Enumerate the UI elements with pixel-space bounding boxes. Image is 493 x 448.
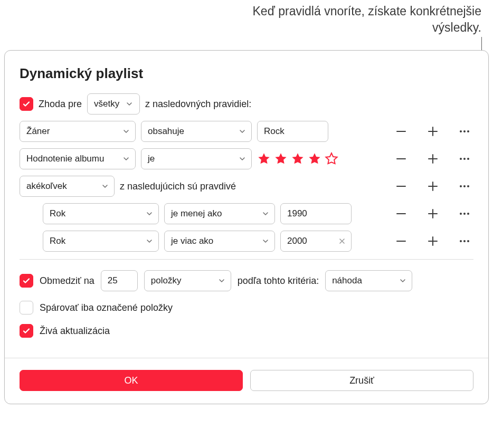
cancel-button[interactable]: Zrušiť bbox=[250, 370, 473, 391]
rule-op-value: obsahuje bbox=[148, 126, 184, 137]
star-icon[interactable] bbox=[291, 152, 305, 166]
rule-op-select[interactable]: obsahuje bbox=[141, 121, 252, 142]
match-checked-row: Spárovať iba označené položky bbox=[20, 301, 473, 314]
nested-rule-row-year-gt: Rok je viac ako 2000 bbox=[43, 231, 473, 252]
match-mode-select[interactable]: všetky bbox=[87, 93, 140, 115]
chevron-down-icon bbox=[146, 210, 153, 217]
rule-op-value: je menej ako bbox=[171, 208, 222, 219]
star-icon[interactable] bbox=[257, 152, 271, 166]
match-prefix: Zhoda pre bbox=[39, 99, 82, 110]
chevron-down-icon bbox=[125, 99, 134, 109]
svg-point-10 bbox=[463, 158, 466, 160]
live-update-checkbox[interactable] bbox=[20, 324, 33, 338]
rule-field-value: Rok bbox=[50, 208, 65, 219]
rule-value-input[interactable]: Rock bbox=[257, 121, 328, 142]
rule-group-mode-value: akékoľvek bbox=[26, 181, 67, 192]
more-rule-button[interactable] bbox=[457, 178, 472, 194]
remove-rule-button[interactable] bbox=[393, 233, 409, 249]
clear-input-button[interactable] bbox=[336, 235, 348, 247]
limit-count-input[interactable]: 25 bbox=[101, 270, 138, 291]
svg-point-23 bbox=[467, 213, 469, 215]
svg-point-11 bbox=[467, 158, 469, 160]
rule-field-select[interactable]: Žáner bbox=[20, 121, 136, 142]
add-rule-button[interactable] bbox=[425, 233, 441, 249]
more-rule-button[interactable] bbox=[457, 206, 472, 222]
rule-op-value: je viac ako bbox=[171, 236, 213, 246]
star-icon[interactable] bbox=[274, 152, 288, 166]
rule-value-input[interactable]: 1990 bbox=[280, 203, 352, 224]
svg-point-21 bbox=[460, 213, 462, 215]
more-rule-button[interactable] bbox=[457, 123, 472, 139]
rule-field-value: Žáner bbox=[26, 126, 50, 137]
rule-value-text: 2000 bbox=[287, 236, 307, 246]
match-checkbox[interactable] bbox=[20, 97, 33, 111]
rule-value-input[interactable]: 2000 bbox=[280, 231, 352, 252]
annotation-text: Keď pravidlá vnoríte, získate konkrétnej… bbox=[217, 3, 481, 36]
limit-label: Obmedziť na bbox=[40, 275, 94, 287]
rule-field-select[interactable]: Rok bbox=[43, 231, 159, 252]
svg-point-9 bbox=[460, 158, 462, 160]
limit-by-value: náhoda bbox=[332, 275, 362, 286]
limit-by-label: podľa tohto kritéria: bbox=[238, 275, 319, 287]
chevron-down-icon bbox=[218, 277, 225, 284]
rule-op-value: je bbox=[148, 154, 155, 164]
svg-point-15 bbox=[460, 185, 462, 187]
svg-point-30 bbox=[463, 240, 466, 242]
rule-row-genre: Žáner obsahuje Rock bbox=[20, 121, 473, 142]
add-rule-button[interactable] bbox=[425, 151, 441, 167]
rule-row-any-group: akékoľvek z nasledujúcich sú pravdivé bbox=[20, 176, 473, 197]
rule-op-select[interactable]: je menej ako bbox=[164, 203, 275, 224]
svg-point-22 bbox=[463, 213, 466, 215]
limit-by-select[interactable]: náhoda bbox=[325, 270, 412, 291]
rule-value-text: Rock bbox=[264, 126, 285, 137]
chevron-down-icon bbox=[146, 237, 153, 245]
svg-point-5 bbox=[467, 130, 469, 132]
dialog-footer: OK Zrušiť bbox=[5, 358, 488, 404]
more-rule-button[interactable] bbox=[457, 233, 472, 249]
star-icon[interactable] bbox=[308, 152, 321, 166]
remove-rule-button[interactable] bbox=[393, 151, 409, 167]
rating-stars[interactable] bbox=[257, 152, 338, 166]
remove-rule-button[interactable] bbox=[393, 206, 409, 222]
remove-rule-button[interactable] bbox=[393, 123, 409, 139]
chevron-down-icon bbox=[239, 128, 246, 135]
chevron-down-icon bbox=[239, 155, 246, 163]
rule-field-value: Hodnotenie albumu bbox=[26, 154, 104, 164]
add-rule-button[interactable] bbox=[425, 206, 441, 222]
rule-value-text: 1990 bbox=[287, 208, 307, 219]
star-outline-icon[interactable] bbox=[325, 152, 338, 166]
ok-button[interactable]: OK bbox=[20, 370, 243, 391]
more-rule-button[interactable] bbox=[457, 151, 472, 167]
smart-playlist-dialog: Dynamický playlist Zhoda pre všetky z na… bbox=[4, 50, 489, 404]
chevron-down-icon bbox=[262, 210, 269, 217]
remove-rule-button[interactable] bbox=[393, 178, 409, 194]
limit-checkbox[interactable] bbox=[20, 274, 33, 288]
chevron-down-icon bbox=[101, 183, 109, 190]
nested-rule-row-year-lt: Rok je menej ako 1990 bbox=[43, 203, 473, 224]
match-suffix: z nasledovných pravidiel: bbox=[145, 99, 251, 110]
rule-field-value: Rok bbox=[50, 236, 65, 246]
divider bbox=[20, 259, 473, 260]
match-checked-checkbox[interactable] bbox=[20, 301, 33, 314]
svg-point-17 bbox=[467, 185, 469, 187]
rule-op-select[interactable]: je bbox=[141, 148, 252, 169]
live-update-row: Živá aktualizácia bbox=[20, 324, 473, 338]
chevron-down-icon bbox=[399, 277, 406, 284]
svg-point-29 bbox=[460, 240, 462, 242]
add-rule-button[interactable] bbox=[425, 178, 441, 194]
live-update-label: Živá aktualizácia bbox=[40, 326, 110, 337]
svg-point-16 bbox=[463, 185, 466, 187]
rule-field-select[interactable]: Rok bbox=[43, 203, 159, 224]
match-row: Zhoda pre všetky z nasledovných pravidie… bbox=[20, 93, 473, 115]
limit-unit-select[interactable]: položky bbox=[144, 270, 231, 291]
rule-op-select[interactable]: je viac ako bbox=[164, 231, 275, 252]
add-rule-button[interactable] bbox=[425, 123, 441, 139]
chevron-down-icon bbox=[262, 237, 269, 245]
limit-count-value: 25 bbox=[108, 275, 118, 286]
rule-group-suffix: z nasledujúcich sú pravdivé bbox=[120, 181, 236, 192]
chevron-down-icon bbox=[122, 128, 130, 135]
dialog-title: Dynamický playlist bbox=[20, 65, 473, 82]
limit-row: Obmedziť na 25 položky podľa tohto krité… bbox=[20, 270, 473, 291]
rule-group-mode-select[interactable]: akékoľvek bbox=[20, 176, 115, 197]
rule-field-select[interactable]: Hodnotenie albumu bbox=[20, 148, 136, 169]
